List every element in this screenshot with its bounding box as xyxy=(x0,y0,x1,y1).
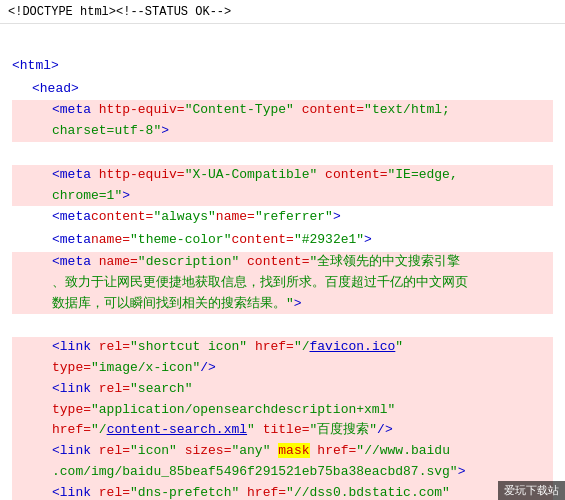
code-line-head: <head> xyxy=(32,78,553,101)
code-line-blank3 xyxy=(12,314,553,337)
code-line-link2: <link rel="search" type="application/ope… xyxy=(12,379,553,441)
code-line-meta5: <meta name="description" content="全球领先的中… xyxy=(12,252,553,314)
tag-head-open: <head> xyxy=(32,79,79,100)
code-line-meta4: <meta name="theme-color" content="#2932e… xyxy=(52,229,553,252)
code-line-link3: <link rel="icon" sizes="any" mask href="… xyxy=(12,441,553,483)
code-line-html: <html> xyxy=(12,55,553,78)
code-line xyxy=(12,32,553,55)
code-line-meta3: <meta content="always" name="referrer"> xyxy=(52,206,553,229)
code-line-blank2 xyxy=(12,142,553,165)
tag-html-open: <html> xyxy=(12,56,59,77)
code-line-meta2: <meta http-equiv="X-UA-Compatible" conte… xyxy=(12,165,553,207)
status-bar: <!DOCTYPE html><!--STATUS OK--> xyxy=(0,0,565,24)
code-line-link4: <link rel="dns-prefetch" href="//dss0.bd… xyxy=(12,483,553,500)
code-line-link1: <link rel="shortcut icon" href="/favicon… xyxy=(12,337,553,379)
status-text: <!DOCTYPE html><!--STATUS OK--> xyxy=(8,5,231,19)
code-area: <html> <head> <meta http-equiv="Content-… xyxy=(0,24,565,500)
watermark: 爱玩下载站 xyxy=(498,481,565,500)
code-line-meta1: <meta http-equiv="Content-Type" content=… xyxy=(12,100,553,142)
